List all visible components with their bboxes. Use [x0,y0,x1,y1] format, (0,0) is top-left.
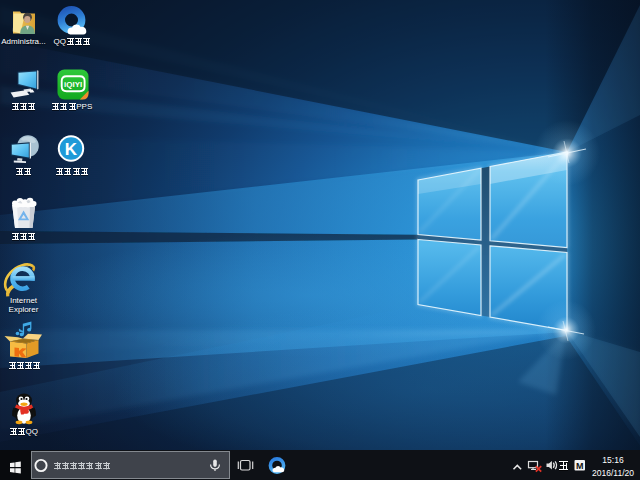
svg-text:2016/11/20: 2016/11/20 [592,468,634,478]
svg-text:15:16: 15:16 [602,455,624,465]
svg-text:iQIYI: iQIYI [64,80,82,89]
svg-text:K: K [65,140,78,159]
svg-text:M: M [576,461,584,471]
